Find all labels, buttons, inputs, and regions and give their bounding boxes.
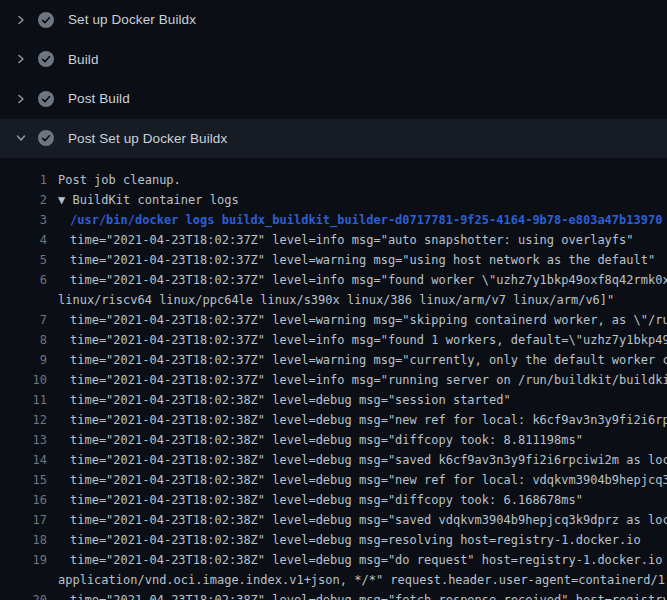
- log-line: 19 time="2021-04-23T18:02:38Z" level=deb…: [0, 550, 667, 570]
- log-line-number[interactable]: 3: [0, 210, 47, 230]
- step-section-setup-docker-buildx[interactable]: Set up Docker Buildx: [0, 0, 667, 40]
- log-line-number[interactable]: 19: [0, 550, 47, 570]
- step-section-post-build[interactable]: Post Build: [0, 79, 667, 119]
- log-line: 14 time="2021-04-23T18:02:38Z" level=deb…: [0, 450, 667, 470]
- log-line-number[interactable]: 1: [0, 170, 47, 190]
- log-text: time="2021-04-23T18:02:37Z" level=warnin…: [47, 310, 667, 330]
- log-text: /usr/bin/docker logs buildx_buildkit_bui…: [47, 210, 662, 230]
- log-line: 17 time="2021-04-23T18:02:38Z" level=deb…: [0, 510, 667, 530]
- log-line-number[interactable]: 5: [0, 250, 47, 270]
- log-line: 16 time="2021-04-23T18:02:38Z" level=deb…: [0, 490, 667, 510]
- step-title: Set up Docker Buildx: [68, 12, 196, 27]
- log-line-number[interactable]: 13: [0, 430, 47, 450]
- log-line-number[interactable]: 17: [0, 510, 47, 530]
- chevron-down-icon[interactable]: [13, 130, 29, 146]
- step-title: Post Set up Docker Buildx: [68, 131, 227, 146]
- log-text: time="2021-04-23T18:02:38Z" level=debug …: [47, 450, 667, 470]
- log-line: 1 Post job cleanup.: [0, 170, 667, 190]
- log-line: application/vnd.oci.image.index.v1+json,…: [0, 570, 667, 590]
- log-line-number[interactable]: 4: [0, 230, 47, 250]
- step-log-output: 1 Post job cleanup. 2 ▼ BuildKit contain…: [0, 158, 667, 600]
- log-text: time="2021-04-23T18:02:38Z" level=debug …: [47, 490, 583, 510]
- log-text: time="2021-04-23T18:02:38Z" level=debug …: [47, 550, 667, 570]
- log-line-number[interactable]: 12: [0, 410, 47, 430]
- log-line-number[interactable]: 14: [0, 450, 47, 470]
- log-line: 8 time="2021-04-23T18:02:37Z" level=info…: [0, 330, 667, 350]
- step-section-list: Set up Docker Buildx Build Post Build Po…: [0, 0, 667, 158]
- log-line: 18 time="2021-04-23T18:02:38Z" level=deb…: [0, 530, 667, 550]
- log-line: 4 time="2021-04-23T18:02:37Z" level=info…: [0, 230, 667, 250]
- log-line-number[interactable]: 11: [0, 390, 47, 410]
- step-title: Post Build: [68, 91, 130, 106]
- chevron-right-icon[interactable]: [13, 51, 29, 67]
- log-line: 2 ▼ BuildKit container logs: [0, 190, 667, 210]
- log-line-number[interactable]: 9: [0, 350, 47, 370]
- check-circle-icon: [38, 51, 54, 67]
- log-text: time="2021-04-23T18:02:38Z" level=debug …: [47, 390, 511, 410]
- log-text: Post job cleanup.: [47, 170, 181, 190]
- log-text: time="2021-04-23T18:02:38Z" level=debug …: [47, 430, 583, 450]
- log-line: 11 time="2021-04-23T18:02:38Z" level=deb…: [0, 390, 667, 410]
- log-text: application/vnd.oci.image.index.v1+json,…: [47, 570, 667, 590]
- log-text: time="2021-04-23T18:02:37Z" level=info m…: [47, 270, 667, 290]
- log-text: linux/riscv64 linux/ppc64le linux/s390x …: [47, 290, 614, 310]
- log-text: time="2021-04-23T18:02:38Z" level=debug …: [47, 470, 667, 490]
- log-line: 15 time="2021-04-23T18:02:38Z" level=deb…: [0, 470, 667, 490]
- log-line: linux/riscv64 linux/ppc64le linux/s390x …: [0, 290, 667, 310]
- log-line-number[interactable]: 16: [0, 490, 47, 510]
- log-line-number[interactable]: 20: [0, 590, 47, 600]
- check-circle-icon: [38, 12, 54, 28]
- log-line: 7 time="2021-04-23T18:02:37Z" level=warn…: [0, 310, 667, 330]
- log-line-number[interactable]: 18: [0, 530, 47, 550]
- log-text: time="2021-04-23T18:02:38Z" level=debug …: [47, 510, 667, 530]
- actions-log-viewer: Set up Docker Buildx Build Post Build Po…: [0, 0, 667, 600]
- step-title: Build: [68, 52, 99, 67]
- log-line-number[interactable]: 8: [0, 330, 47, 350]
- check-circle-icon: [38, 91, 54, 107]
- log-text: time="2021-04-23T18:02:38Z" level=debug …: [47, 410, 667, 430]
- log-group-toggle[interactable]: ▼ BuildKit container logs: [47, 190, 239, 210]
- log-line: 6 time="2021-04-23T18:02:37Z" level=info…: [0, 270, 667, 290]
- log-line-number[interactable]: 6: [0, 270, 47, 290]
- log-text: time="2021-04-23T18:02:38Z" level=debug …: [47, 530, 641, 550]
- log-line-number[interactable]: 15: [0, 470, 47, 490]
- log-line: 13 time="2021-04-23T18:02:38Z" level=deb…: [0, 430, 667, 450]
- log-text: time="2021-04-23T18:02:37Z" level=info m…: [47, 370, 667, 390]
- log-line: 12 time="2021-04-23T18:02:38Z" level=deb…: [0, 410, 667, 430]
- log-line: 5 time="2021-04-23T18:02:37Z" level=warn…: [0, 250, 667, 270]
- log-text: time="2021-04-23T18:02:37Z" level=warnin…: [47, 250, 655, 270]
- log-line-number[interactable]: [0, 290, 47, 310]
- log-text: time="2021-04-23T18:02:38Z" level=debug …: [47, 590, 667, 600]
- log-line-number[interactable]: 10: [0, 370, 47, 390]
- log-line-number[interactable]: 2: [0, 190, 47, 210]
- log-text: time="2021-04-23T18:02:37Z" level=info m…: [47, 230, 634, 250]
- chevron-right-icon[interactable]: [13, 12, 29, 28]
- log-line-number[interactable]: 7: [0, 310, 47, 330]
- step-section-build[interactable]: Build: [0, 40, 667, 80]
- step-section-post-setup-docker-buildx[interactable]: Post Set up Docker Buildx: [0, 119, 667, 159]
- chevron-right-icon[interactable]: [13, 91, 29, 107]
- log-line: 20 time="2021-04-23T18:02:38Z" level=deb…: [0, 590, 667, 600]
- check-circle-icon: [38, 130, 54, 146]
- log-text: time="2021-04-23T18:02:37Z" level=info m…: [47, 330, 667, 350]
- log-text: time="2021-04-23T18:02:37Z" level=warnin…: [47, 350, 667, 370]
- log-line: 9 time="2021-04-23T18:02:37Z" level=warn…: [0, 350, 667, 370]
- log-line: 10 time="2021-04-23T18:02:37Z" level=inf…: [0, 370, 667, 390]
- log-line: 3 /usr/bin/docker logs buildx_buildkit_b…: [0, 210, 667, 230]
- log-line-number[interactable]: [0, 570, 47, 590]
